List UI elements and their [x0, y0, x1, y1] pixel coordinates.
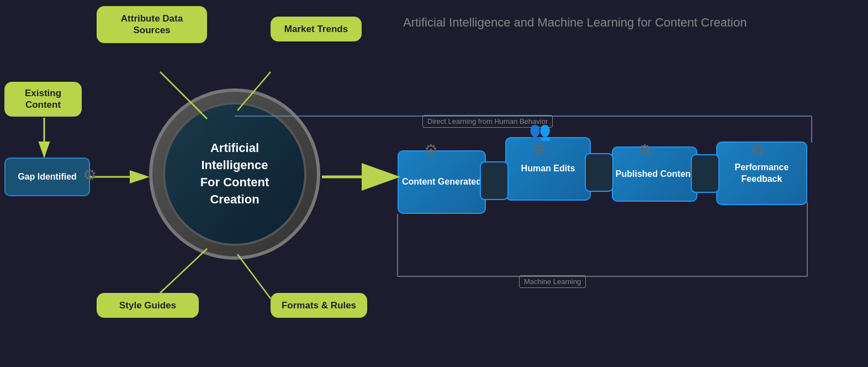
- ai-circle-text: ArtificialIntelligenceFor ContentCreatio…: [200, 140, 269, 208]
- diagram-container: Artificial Intelligence and Machine Lear…: [0, 0, 868, 367]
- people-icon: 👥: [529, 120, 551, 141]
- gear-icon-performance: ⚙: [751, 141, 765, 159]
- existing-content-box: Existing Content: [4, 82, 82, 117]
- gear-icon-content: ⚙: [424, 141, 438, 159]
- machine-learning-label: Machine Learning: [519, 275, 586, 288]
- gap-identified-box: Gap Identified: [4, 158, 90, 196]
- gear-icon-gap: ⚙: [83, 166, 97, 184]
- human-edits-box: Human Edits: [505, 137, 591, 201]
- content-generated-box: Content Generated: [398, 150, 486, 214]
- published-content-box: Published Content: [612, 146, 697, 202]
- market-trends-box: Market Trends: [271, 17, 362, 41]
- style-guides-box: Style Guides: [97, 293, 199, 318]
- gear-icon-published: ⚙: [638, 141, 652, 159]
- svg-line-9: [237, 254, 271, 298]
- main-title: Artificial Intelligence and Machine Lear…: [403, 15, 747, 30]
- svg-line-8: [160, 249, 207, 293]
- attribute-data-box: Attribute Data Sources: [97, 6, 207, 43]
- formats-rules-box: Formats & Rules: [271, 293, 367, 318]
- ai-circle-inner: ArtificialIntelligenceFor ContentCreatio…: [163, 102, 306, 246]
- gear-icon-human: ⚙: [533, 141, 547, 159]
- ai-circle-outer: ArtificialIntelligenceFor ContentCreatio…: [149, 88, 320, 260]
